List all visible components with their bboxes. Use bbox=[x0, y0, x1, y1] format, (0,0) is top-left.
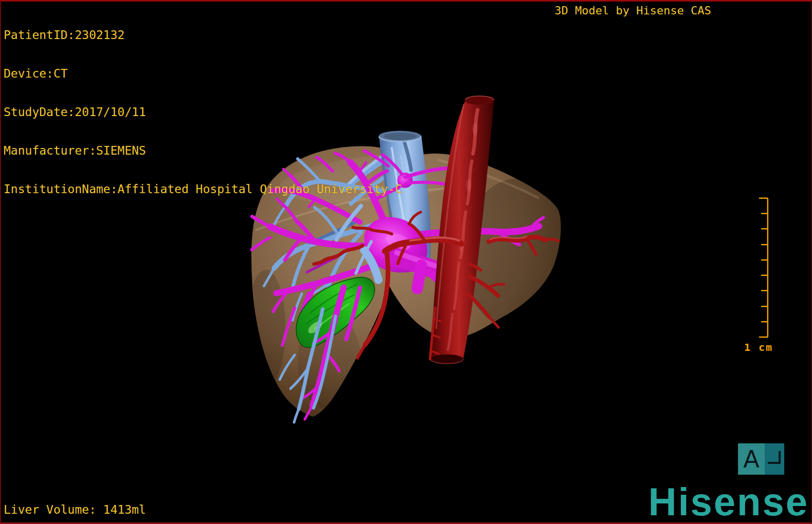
study-date-line: StudyDate:2017/10/11 bbox=[4, 106, 402, 119]
manufacturer-line: Manufacturer:SIEMENS bbox=[4, 144, 402, 157]
watermark-title: 3D Model by Hisense CAS bbox=[555, 4, 711, 17]
orientation-face-anterior: A bbox=[738, 443, 765, 475]
orientation-face-side bbox=[765, 443, 784, 475]
liver-volume-label: Liver Volume: 1413ml bbox=[4, 503, 146, 516]
device-line: Device:CT bbox=[4, 67, 402, 80]
corner-bracket-icon bbox=[768, 451, 781, 464]
orientation-marker[interactable]: A bbox=[738, 443, 784, 475]
scale-ruler bbox=[759, 198, 768, 337]
viewer-window: PatientID:2302132 Device:CT StudyDate:20… bbox=[0, 0, 812, 524]
patient-id-line: PatientID:2302132 bbox=[4, 29, 402, 42]
hisense-logo: Hisense bbox=[649, 483, 809, 520]
institution-line: InstitutionName:Affiliated Hospital Qing… bbox=[4, 183, 402, 196]
scale-label: 1 cm bbox=[744, 341, 773, 353]
patient-info: PatientID:2302132 Device:CT StudyDate:20… bbox=[4, 3, 402, 221]
orientation-letter: A bbox=[743, 447, 759, 471]
